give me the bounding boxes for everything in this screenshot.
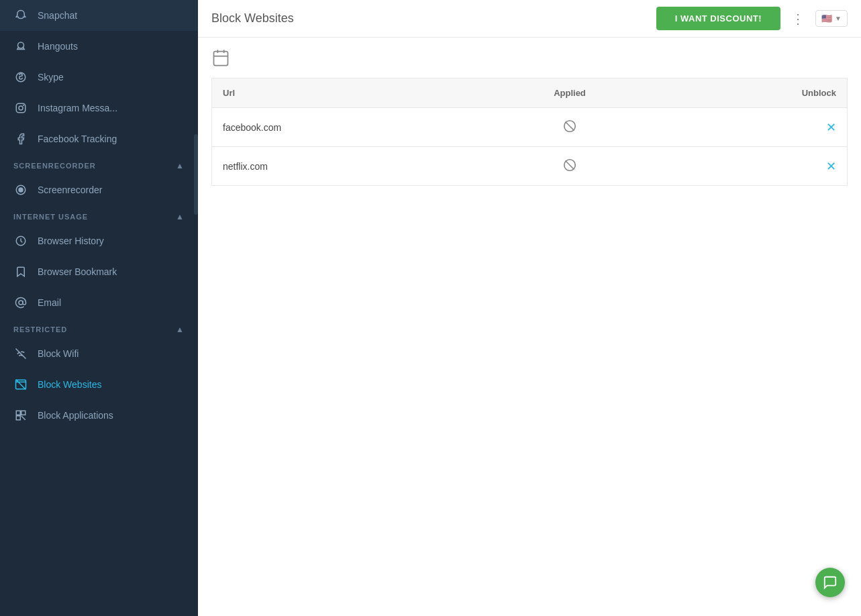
table-header-row: Url Applied Unblock (212, 79, 848, 108)
sidebar-item-block-websites[interactable]: Block Websites (0, 369, 198, 400)
more-options-icon[interactable]: ⋮ (789, 8, 807, 30)
scrollbar-thumb[interactable] (194, 134, 198, 215)
chevron-up-icon-restricted: ▲ (176, 325, 185, 334)
blocked-websites-table: Url Applied Unblock facebook.com ✕ (211, 78, 848, 186)
chevron-up-icon: ▲ (176, 161, 185, 170)
table-row: facebook.com ✕ (212, 108, 848, 147)
instagram-icon (13, 102, 28, 114)
email-icon (13, 297, 28, 309)
sidebar-item-hangouts[interactable]: Hangouts (0, 31, 198, 62)
sidebar-item-screenrecorder-label: Screenrecorder (38, 185, 103, 195)
svg-rect-14 (21, 411, 26, 415)
section-restricted[interactable]: RESTRICTED ▲ (0, 318, 198, 338)
sidebar-item-screenrecorder[interactable]: Screenrecorder (0, 174, 198, 205)
unblock-cell: ✕ (659, 147, 847, 186)
url-cell: netflix.com (212, 147, 480, 186)
block-apps-icon (13, 409, 28, 421)
section-internet-usage[interactable]: INTERNET USAGE ▲ (0, 205, 198, 225)
sidebar-item-browser-history-label: Browser History (38, 236, 104, 246)
language-selector[interactable]: 🇺🇸 ▼ (815, 10, 848, 27)
bookmark-icon (13, 266, 28, 278)
sidebar-item-browser-bookmark-label: Browser Bookmark (38, 266, 117, 277)
table-row: netflix.com ✕ (212, 147, 848, 186)
applied-cell (480, 108, 659, 147)
svg-point-3 (19, 106, 23, 110)
svg-line-24 (566, 161, 574, 170)
sidebar-item-email-label: Email (38, 297, 61, 308)
sidebar-item-hangouts-label: Hangouts (38, 41, 78, 52)
sidebar-item-instagram[interactable]: Instagram Messa... (0, 93, 198, 123)
svg-rect-13 (16, 411, 20, 415)
sidebar-item-block-websites-label: Block Websites (38, 379, 101, 390)
sidebar-item-snapchat[interactable]: Snapchat (0, 0, 198, 31)
sidebar-item-snapchat-label: Snapchat (38, 10, 77, 21)
main-header: Block Websites I WANT DISCOUNT! ⋮ 🇺🇸 ▼ (198, 0, 861, 38)
facebook-icon (13, 133, 28, 145)
sidebar-item-skype-label: Skype (38, 72, 64, 83)
page-title: Block Websites (211, 11, 294, 25)
block-wifi-icon (13, 348, 28, 360)
sidebar-item-block-wifi[interactable]: Block Wifi (0, 338, 198, 369)
calendar-icon (211, 48, 230, 67)
discount-button[interactable]: I WANT DISCOUNT! (656, 7, 780, 30)
svg-point-8 (19, 301, 23, 305)
applied-cell (480, 147, 659, 186)
sidebar-item-browser-history[interactable]: Browser History (0, 225, 198, 256)
snapchat-icon (13, 9, 28, 21)
chat-icon (823, 575, 838, 590)
skype-icon (13, 71, 28, 83)
svg-line-22 (566, 122, 574, 131)
scrollbar-track (194, 0, 198, 616)
header-right: I WANT DISCOUNT! ⋮ 🇺🇸 ▼ (656, 7, 848, 30)
sidebar-item-browser-bookmark[interactable]: Browser Bookmark (0, 256, 198, 287)
sidebar-item-email[interactable]: Email (0, 287, 198, 318)
section-screenrecorder[interactable]: SCREENRECORDER ▲ (0, 154, 198, 174)
unblock-cell: ✕ (659, 108, 847, 147)
sidebar-item-block-applications-label: Block Applications (38, 410, 113, 421)
svg-point-4 (23, 105, 24, 106)
col-unblock: Unblock (659, 79, 847, 108)
no-entry-icon (562, 158, 577, 172)
sidebar-item-block-applications[interactable]: Block Applications (0, 400, 198, 431)
chevron-up-icon-internet: ▲ (176, 212, 185, 221)
svg-line-12 (16, 380, 26, 390)
svg-rect-17 (214, 52, 228, 66)
chat-fab-button[interactable] (815, 568, 845, 597)
unblock-button[interactable]: ✕ (826, 160, 836, 173)
block-websites-icon (13, 378, 28, 391)
flag-icon: 🇺🇸 (821, 13, 832, 23)
sidebar-item-facebook-tracking-label: Facebook Tracking (38, 134, 117, 144)
sidebar: Snapchat Hangouts Skype Instagram M (0, 0, 198, 616)
screenrecorder-icon (13, 184, 28, 196)
hangouts-icon (13, 40, 28, 52)
svg-point-6 (19, 188, 23, 192)
sidebar-item-block-wifi-label: Block Wifi (38, 348, 79, 359)
sidebar-item-instagram-label: Instagram Messa... (38, 103, 117, 113)
clock-icon (13, 235, 28, 247)
col-applied: Applied (480, 79, 659, 108)
sidebar-item-facebook-tracking[interactable]: Facebook Tracking (0, 123, 198, 154)
main-content: Url Applied Unblock facebook.com ✕ (198, 38, 861, 616)
main-panel: Block Websites I WANT DISCOUNT! ⋮ 🇺🇸 ▼ U… (198, 0, 861, 616)
no-entry-icon (562, 119, 577, 134)
col-url: Url (212, 79, 480, 108)
svg-rect-15 (16, 416, 20, 420)
unblock-button[interactable]: ✕ (826, 121, 836, 134)
sidebar-item-skype[interactable]: Skype (0, 62, 198, 93)
calendar-icon-area (211, 48, 848, 70)
dropdown-chevron-icon: ▼ (835, 15, 842, 22)
url-cell: facebook.com (212, 108, 480, 147)
svg-line-16 (21, 416, 26, 420)
